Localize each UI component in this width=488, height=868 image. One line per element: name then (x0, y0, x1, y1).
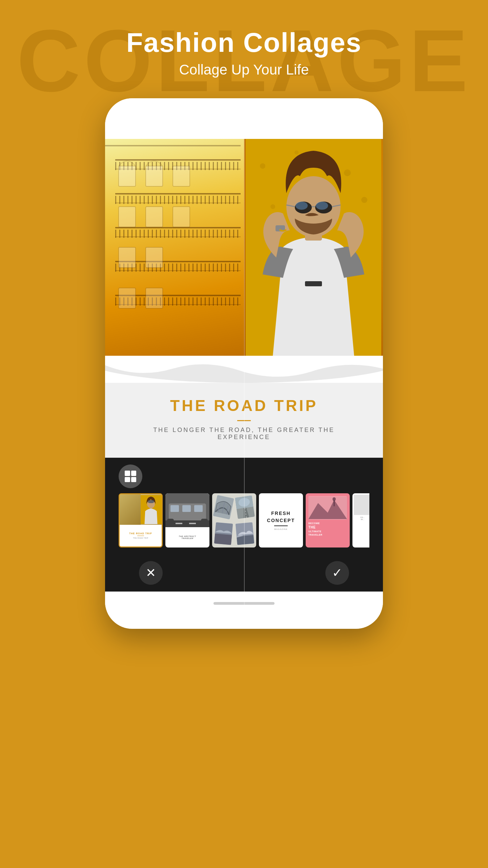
template-thumb-pink[interactable]: BECOME THE ULTIMATETRAVELER (306, 493, 350, 547)
tmpl-2-photo (165, 493, 209, 527)
svg-rect-41 (176, 523, 182, 524)
svg-rect-40 (165, 520, 209, 527)
tmpl-1-photos (120, 494, 162, 525)
svg-rect-52 (214, 534, 232, 545)
template-3-content (212, 493, 256, 547)
fresh-concept-divider (274, 525, 288, 526)
building-windows-svg (105, 139, 244, 356)
svg-point-15 (270, 204, 275, 209)
template-thumb-partial[interactable]: FA...M... (352, 493, 369, 547)
tmpl-3-clouds (236, 522, 254, 545)
template-5-content: BECOME THE ULTIMATETRAVELER (306, 493, 350, 547)
tmpl-2-text-area: THE ABSTRACT TRAVELER (165, 527, 209, 547)
svg-rect-36 (182, 505, 191, 512)
grid-layout-icon[interactable] (119, 464, 142, 488)
template-6-content: FA...M... (352, 493, 369, 547)
collage-divider (244, 98, 245, 629)
grid-cell-3 (125, 477, 130, 482)
template-thumb-diamond[interactable] (212, 493, 256, 547)
svg-point-25 (296, 202, 308, 210)
svg-rect-17 (305, 281, 322, 286)
tmpl-3-cell-1 (213, 495, 234, 519)
template-thumb-fresh-concept[interactable]: FRESH CONCEPT MAGAZINE (259, 493, 303, 547)
svg-rect-0 (119, 166, 136, 186)
tmpl-1-person (141, 494, 162, 525)
svg-point-26 (316, 202, 328, 210)
fresh-concept-sub: MAGAZINE (274, 528, 287, 530)
grid-cell-2 (131, 471, 137, 476)
tmpl-3-sky (214, 522, 233, 545)
tmpl-5-image (308, 496, 347, 520)
tmpl-1-sublabel: the road trip (133, 537, 148, 539)
person-background (244, 139, 383, 356)
svg-rect-1 (146, 166, 163, 186)
svg-rect-35 (170, 505, 179, 512)
template-2-content: THE ABSTRACT TRAVELER (165, 493, 209, 547)
tmpl-3-road (235, 495, 255, 519)
svg-point-13 (294, 150, 299, 154)
header: Fashion Collages Collage Up Your Life (126, 27, 362, 78)
collage-right-photo (244, 139, 383, 356)
tmpl-3-cell-2 (235, 495, 255, 519)
svg-rect-42 (189, 523, 196, 524)
tmpl-3-cell-4 (236, 522, 254, 545)
tmpl-5-svg (308, 496, 347, 520)
fresh-concept-label-2: CONCEPT (267, 518, 295, 523)
svg-rect-9 (146, 288, 163, 308)
confirm-button[interactable]: ✓ (325, 561, 349, 585)
grid-cell-1 (125, 471, 130, 476)
tmpl-1-label: THE ROAD TRIP (129, 532, 152, 535)
grid-icon-inner (125, 471, 136, 482)
svg-point-16 (361, 197, 367, 203)
tmpl-3-cell-3 (214, 522, 233, 545)
svg-point-12 (260, 163, 265, 169)
tmpl-1-divider (137, 536, 144, 536)
svg-point-56 (332, 497, 336, 501)
phone-body: THE ROAD TRIP THE LONGER THE ROAD, THE G… (105, 98, 383, 629)
svg-rect-37 (194, 505, 203, 512)
close-button[interactable]: ✕ (139, 561, 163, 585)
svg-rect-4 (146, 207, 163, 227)
svg-rect-3 (119, 207, 136, 227)
tmpl-2-sublabel: TRAVELER (181, 537, 193, 539)
template-4-content: FRESH CONCEPT MAGAZINE (259, 493, 303, 547)
svg-rect-8 (119, 288, 136, 308)
fresh-concept-label: FRESH (271, 511, 290, 516)
tmpl-3-bridge (213, 495, 234, 519)
template-thumb-abstract[interactable]: THE ABSTRACT TRAVELER (165, 493, 209, 547)
svg-rect-6 (119, 247, 136, 268)
person-svg (244, 139, 383, 356)
phone-mockup: THE ROAD TRIP THE LONGER THE ROAD, THE G… (105, 98, 383, 629)
grid-cell-4 (131, 477, 137, 482)
svg-point-14 (344, 169, 351, 176)
collage-left-photo (105, 139, 244, 356)
svg-rect-5 (173, 207, 190, 227)
building-facade (105, 139, 244, 356)
tmpl-1-text-area: THE ROAD TRIP the road trip (120, 525, 162, 546)
tmpl-6-label: FA...M... (361, 516, 365, 520)
svg-rect-32 (148, 500, 154, 503)
svg-point-28 (340, 212, 343, 215)
template-thumb-road-trip[interactable]: THE ROAD TRIP the road trip (119, 493, 163, 547)
template-1-content: THE ROAD TRIP the road trip (120, 494, 162, 546)
svg-rect-7 (146, 247, 163, 268)
tmpl-1-left-photo (120, 494, 141, 525)
collage-photos (105, 139, 383, 356)
app-subtitle: Collage Up Your Life (126, 62, 362, 78)
tmpl-6-photo (354, 495, 369, 515)
tmpl-2-building (165, 493, 209, 527)
svg-rect-31 (150, 506, 152, 509)
svg-rect-2 (173, 166, 190, 186)
tmpl-1-right-photo (141, 494, 162, 525)
app-title: Fashion Collages (126, 27, 362, 58)
tmpl-5-text: BECOME THE ULTIMATETRAVELER (308, 522, 347, 536)
